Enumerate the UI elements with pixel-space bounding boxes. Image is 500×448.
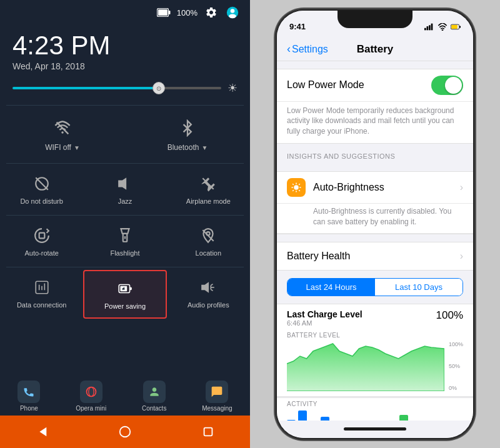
recents-button[interactable] [196,419,221,444]
battery-icon [157,8,171,17]
battery-health-label: Battery Health [287,251,460,262]
brightness-thumb[interactable] [152,82,165,94]
segment-10d[interactable]: Last 10 Days [375,279,462,296]
svg-rect-38 [427,26,429,30]
tile-flashlight[interactable]: Flashlight [83,218,166,264]
tile-location[interactable]: Location [167,218,250,264]
charge-percentage: 100% [436,309,463,322]
signal-icon [424,23,434,31]
brightness-icon: ☀ [228,81,238,95]
activity-bar [399,415,408,420]
tile-data-connection[interactable]: Data connection [0,270,83,319]
back-button[interactable]: ‹ Settings [287,42,328,56]
airplane-label: Airplane mode [186,197,231,205]
auto-brightness-row[interactable]: Auto-Brightness › [277,172,473,204]
charge-title: Last Charge Level [287,309,362,319]
svg-line-30 [211,289,213,291]
messaging-label: Messaging [202,405,232,412]
airplane-icon [198,174,218,194]
phone-icon [18,381,40,403]
user-avatar[interactable] [225,5,240,20]
audio-profiles-label: Audio profiles [188,301,229,309]
home-button[interactable] [112,419,138,444]
iphone-panel: 9:41 [250,0,500,448]
svg-rect-43 [451,25,458,29]
battery-health-row[interactable]: Battery Health › [277,242,473,270]
wifi-label: WIFI off ▼ [45,143,80,152]
android-panel: 100% 4:23 PM Wed, Apr 18, 2018 ☀ [0,0,250,448]
brightness-bar[interactable] [12,87,221,89]
chevron-left-icon: ‹ [287,42,291,56]
dnd-label: Do not disturb [20,197,62,205]
jazz-label: Jazz [118,197,132,205]
activity-bar [298,411,307,420]
bluetooth-icon [176,117,199,139]
svg-rect-1 [158,9,168,16]
tile-dnd[interactable]: Do not disturb [0,166,83,212]
bluetooth-label: Bluetooth ▼ [168,143,208,152]
y-label-0: 0% [449,385,463,391]
status-icons [424,23,461,31]
time-area: 4:23 PM Wed, Apr 18, 2018 [0,25,250,81]
brightness-control[interactable]: ☀ [0,81,250,105]
auto-brightness-sub-desc: Auto-Brightness is currently disabled. Y… [277,204,473,234]
svg-line-28 [211,284,213,286]
time-segment-bar[interactable]: Last 24 Hours Last 10 Days [287,278,463,296]
battery-chart-section: BATTERY LEVEL 100% 50% 0% [277,329,473,397]
low-power-section: Low Power Mode Low Power Mode temporaril… [277,69,473,144]
flashlight-label: Flashlight [110,249,139,257]
phone-label: Phone [20,405,38,412]
quick-tiles-row3: Auto-rotate Flashlight Location [0,216,250,267]
quick-tiles-row4: Data connection Power saving [0,267,250,321]
battery-percentage: 100% [177,8,198,17]
svg-point-33 [89,387,94,397]
location-icon [198,226,218,246]
svg-point-16 [207,232,210,235]
app-contacts[interactable]: Contacts [142,381,166,412]
tile-jazz[interactable]: Jazz [83,166,166,212]
battery-chart: 100% 50% 0% [287,341,463,391]
activity-chart [287,410,449,420]
tile-power-saving[interactable]: Power saving [83,270,166,319]
iphone-notch [338,11,412,28]
svg-point-35 [120,427,131,437]
charge-level-section: Last Charge Level 6:46 AM 100% [277,304,473,329]
opera-icon [80,381,102,403]
back-button[interactable] [29,419,54,444]
iphone-frame: 9:41 [275,9,475,440]
app-opera[interactable]: Opera mini [76,381,106,412]
sound-icon [115,174,135,194]
tile-audio-profiles[interactable]: Audio profiles [167,270,250,319]
charge-info: Last Charge Level 6:46 AM [287,309,362,327]
low-power-row: Low Power Mode [277,69,473,102]
iphone-status-bar: 9:41 [277,11,473,38]
tile-autorotate[interactable]: Auto-rotate [0,218,83,264]
chevron-right-icon: › [460,182,463,193]
svg-point-45 [294,185,299,190]
battery-status-icon [451,23,461,31]
location-label: Location [196,249,222,257]
y-label-100: 100% [449,341,463,347]
tile-airplane[interactable]: Airplane mode [167,166,250,212]
opera-label: Opera mini [76,405,106,412]
power-saving-icon [115,279,135,299]
app-messaging[interactable]: Messaging [202,381,232,412]
android-nav-bar [0,416,250,448]
insights-header: INSIGHTS AND SUGGESTIONS [277,144,473,164]
contacts-icon [143,381,166,403]
app-phone[interactable]: Phone [18,381,40,412]
charge-level-row: Last Charge Level 6:46 AM 100% [277,304,473,329]
flashlight-icon [115,226,135,246]
auto-brightness-icon [287,178,306,197]
tile-bluetooth[interactable]: Bluetooth ▼ [153,111,222,158]
svg-point-32 [86,387,96,397]
battery-health-chevron: › [460,251,463,262]
low-power-toggle[interactable] [431,76,463,95]
svg-marker-27 [201,282,209,292]
svg-rect-44 [459,26,461,27]
settings-icon[interactable] [204,5,219,20]
tile-wifi[interactable]: WIFI off ▼ [28,111,97,158]
segment-24h[interactable]: Last 24 Hours [288,279,375,296]
power-saving-label: Power saving [104,302,146,310]
quick-tiles-row1: WIFI off ▼ Bluetooth ▼ [0,106,250,163]
